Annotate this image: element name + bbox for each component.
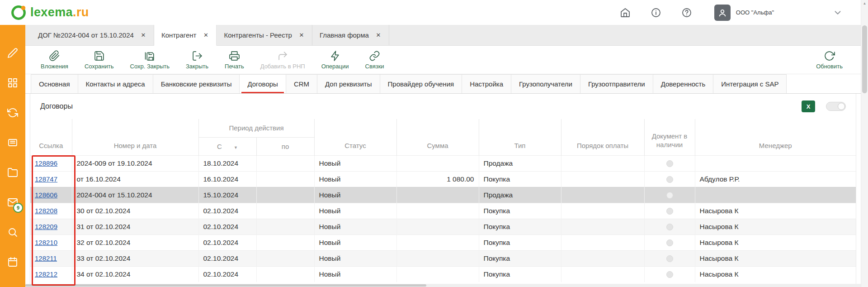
col-header-manager[interactable]: Менеджер: [695, 119, 856, 155]
doc-checkbox[interactable]: [666, 271, 673, 278]
subtab-osnovnaya[interactable]: Основная: [31, 74, 78, 93]
home-icon[interactable]: [619, 7, 631, 19]
doc-checkbox[interactable]: [666, 208, 673, 215]
filter-toggle[interactable]: [826, 102, 846, 111]
sync-icon[interactable]: [7, 107, 18, 118]
org-name: ООО "Альфа": [736, 9, 774, 16]
subtab-nastroika[interactable]: Настройка: [462, 74, 511, 93]
subtab-dop-rekvizity[interactable]: Доп реквизиты: [317, 74, 380, 93]
table-row[interactable]: 128896 2024-009 от 19.10.2024 18.10.2024…: [30, 155, 856, 171]
doc-checkbox[interactable]: [666, 176, 673, 183]
doc-checkbox[interactable]: [666, 192, 673, 199]
save-close-button[interactable]: Сохр. Закрыть: [130, 50, 170, 70]
help-icon[interactable]: [681, 7, 693, 19]
contract-link[interactable]: 128210: [35, 239, 57, 246]
close-tab-icon[interactable]: [203, 32, 209, 38]
table-row[interactable]: 128210 32 от 02.10.2024 02.10.2024 Новый…: [30, 234, 856, 250]
col-header-doc[interactable]: Документ в наличии: [644, 119, 695, 155]
table-row[interactable]: 128747 от 16.10.2024 16.10.2024 Новый 1 …: [30, 171, 856, 187]
subtab-crm[interactable]: CRM: [286, 74, 317, 93]
contract-link[interactable]: 128896: [35, 159, 57, 167]
table-row[interactable]: 128211 33 от 02.10.2024 02.10.2024 Новый…: [30, 250, 856, 266]
sort-dropdown-icon[interactable]: [234, 145, 238, 150]
window-tab-reestr[interactable]: Контрагенты - Реестр: [217, 25, 312, 45]
mail-icon[interactable]: 9: [7, 197, 18, 208]
subtab-dogovory[interactable]: Договоры: [240, 74, 286, 93]
info-icon[interactable]: [650, 7, 662, 19]
doc-checkbox[interactable]: [666, 224, 673, 230]
contract-link[interactable]: 128212: [35, 270, 57, 278]
subtab-bank[interactable]: Банковские реквизиты: [153, 74, 240, 93]
window-tab-dog[interactable]: ДОГ №2024-004 от 15.10.2024: [31, 25, 154, 45]
org-selector[interactable]: ООО "Альфа": [714, 5, 774, 21]
lexema-logo[interactable]: lexema.ru: [10, 4, 89, 21]
doc-checkbox[interactable]: [666, 160, 673, 167]
subtab-gruzootpraviteli[interactable]: Грузоотправители: [580, 74, 653, 93]
excel-export-button[interactable]: X: [802, 100, 815, 112]
col-header-from[interactable]: С: [198, 137, 256, 155]
contract-link[interactable]: 128211: [35, 254, 57, 262]
cell-doc: [644, 266, 695, 282]
save-icon: [94, 50, 105, 62]
cell-payment: [561, 250, 644, 266]
table-row-selected[interactable]: 128606 2024-004 от 15.10.2024 15.10.2024…: [30, 187, 856, 203]
search-icon[interactable]: [7, 227, 18, 238]
horizontal-scrollbar[interactable]: [25, 284, 861, 287]
contract-link[interactable]: 128208: [35, 207, 57, 215]
col-header-sum[interactable]: Сумма: [396, 119, 479, 155]
subtab-provider[interactable]: Провайдер обучения: [380, 74, 462, 93]
cell-sum: [396, 187, 479, 203]
modules-grid-icon[interactable]: [7, 77, 18, 88]
cell-number: 33 от 02.10.2024: [72, 250, 198, 266]
attachments-button[interactable]: Вложения: [41, 50, 68, 70]
col-header-to[interactable]: по: [256, 137, 314, 155]
table-row[interactable]: 128208 30 от 02.10.2024 02.10.2024 Новый…: [30, 203, 856, 219]
table-row[interactable]: 128209 31 от 02.10.2024 02.10.2024 Новый…: [30, 219, 856, 234]
contracts-table: Ссылка Номер и дата Период действия Стат…: [30, 119, 856, 282]
links-button[interactable]: Связки: [365, 50, 384, 70]
close-tab-icon[interactable]: [375, 32, 382, 38]
calendar-icon[interactable]: [7, 257, 18, 268]
doc-checkbox[interactable]: [666, 255, 673, 262]
subtab-gruzopoluchateli[interactable]: Грузополучатели: [511, 74, 580, 93]
operations-button[interactable]: Операции: [321, 50, 349, 70]
col-header-link[interactable]: Ссылка: [30, 119, 72, 155]
vertical-scrollbar[interactable]: [861, 0, 868, 287]
cell-doc: [644, 234, 695, 250]
table-row[interactable]: 128212 34 от 02.10.2024 02.10.2024 Новый…: [30, 266, 856, 282]
vertical-scrollbar-thumb[interactable]: [862, 25, 867, 93]
cell-number: 2024-004 от 15.10.2024: [72, 187, 198, 203]
contract-link[interactable]: 128209: [35, 223, 57, 230]
contract-link[interactable]: 128747: [35, 175, 57, 183]
folder-icon[interactable]: [7, 167, 18, 178]
window-tab-label: Контрагент: [161, 31, 197, 39]
cell-manager: [695, 155, 856, 171]
close-tab-icon[interactable]: [140, 32, 146, 38]
doc-checkbox[interactable]: [666, 239, 673, 246]
subtab-kontakty[interactable]: Контакты и адреса: [78, 74, 153, 93]
close-tab-icon[interactable]: [298, 32, 305, 38]
refresh-button[interactable]: Обновить: [816, 50, 843, 70]
save-button[interactable]: Сохранить: [85, 50, 114, 70]
window-tab-main-form[interactable]: Главная форма: [312, 25, 389, 45]
cell-manager: Насырова К: [695, 266, 856, 282]
cell-status: Новый: [314, 266, 396, 282]
subtab-sap[interactable]: Интеграция с SAP: [713, 74, 787, 93]
contract-link[interactable]: 128606: [35, 191, 57, 199]
close-button[interactable]: Закрыть: [186, 50, 208, 70]
horizontal-scrollbar-thumb[interactable]: [25, 284, 426, 287]
col-header-number[interactable]: Номер и дата: [72, 119, 198, 155]
window-tab-kontragent[interactable]: Контрагент: [154, 25, 217, 46]
edit-icon[interactable]: [7, 48, 18, 58]
window-tab-label: Контрагенты - Реестр: [224, 31, 292, 39]
scroll-up-icon[interactable]: [861, 1, 868, 5]
chevron-down-icon[interactable]: [833, 8, 843, 18]
subtab-doverennost[interactable]: Доверенность: [653, 74, 714, 93]
col-header-type[interactable]: Тип: [479, 119, 561, 155]
print-button[interactable]: Печать: [225, 50, 244, 70]
col-header-payment[interactable]: Порядок оплаты: [561, 119, 644, 155]
reports-icon[interactable]: [7, 137, 18, 148]
col-header-status[interactable]: Статус: [314, 119, 396, 155]
cell-payment: [561, 155, 644, 171]
cell-doc: [644, 187, 695, 203]
